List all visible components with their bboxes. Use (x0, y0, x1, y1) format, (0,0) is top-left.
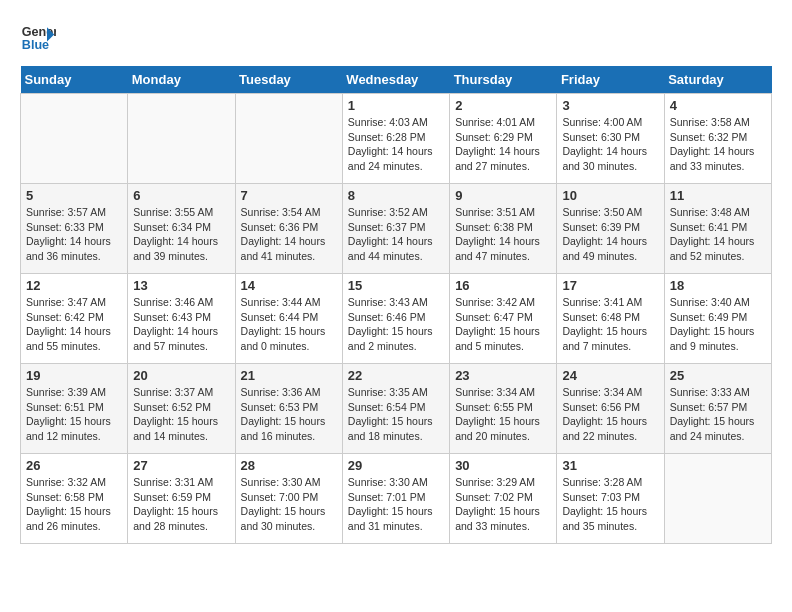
day-number: 28 (241, 458, 337, 473)
calendar-cell: 20Sunrise: 3:37 AM Sunset: 6:52 PM Dayli… (128, 364, 235, 454)
calendar-cell: 25Sunrise: 3:33 AM Sunset: 6:57 PM Dayli… (664, 364, 771, 454)
calendar-cell: 30Sunrise: 3:29 AM Sunset: 7:02 PM Dayli… (450, 454, 557, 544)
calendar-cell: 7Sunrise: 3:54 AM Sunset: 6:36 PM Daylig… (235, 184, 342, 274)
day-number: 20 (133, 368, 229, 383)
col-wednesday: Wednesday (342, 66, 449, 94)
calendar-cell: 8Sunrise: 3:52 AM Sunset: 6:37 PM Daylig… (342, 184, 449, 274)
calendar-cell: 15Sunrise: 3:43 AM Sunset: 6:46 PM Dayli… (342, 274, 449, 364)
calendar-cell: 17Sunrise: 3:41 AM Sunset: 6:48 PM Dayli… (557, 274, 664, 364)
day-info: Sunrise: 3:41 AM Sunset: 6:48 PM Dayligh… (562, 295, 658, 354)
day-number: 19 (26, 368, 122, 383)
day-info: Sunrise: 3:30 AM Sunset: 7:00 PM Dayligh… (241, 475, 337, 534)
day-number: 18 (670, 278, 766, 293)
day-number: 15 (348, 278, 444, 293)
day-number: 29 (348, 458, 444, 473)
day-info: Sunrise: 3:54 AM Sunset: 6:36 PM Dayligh… (241, 205, 337, 264)
col-monday: Monday (128, 66, 235, 94)
week-row-4: 19Sunrise: 3:39 AM Sunset: 6:51 PM Dayli… (21, 364, 772, 454)
calendar-cell: 11Sunrise: 3:48 AM Sunset: 6:41 PM Dayli… (664, 184, 771, 274)
day-number: 16 (455, 278, 551, 293)
day-number: 23 (455, 368, 551, 383)
col-friday: Friday (557, 66, 664, 94)
calendar-cell (21, 94, 128, 184)
calendar-cell: 13Sunrise: 3:46 AM Sunset: 6:43 PM Dayli… (128, 274, 235, 364)
day-info: Sunrise: 3:39 AM Sunset: 6:51 PM Dayligh… (26, 385, 122, 444)
day-number: 2 (455, 98, 551, 113)
day-info: Sunrise: 3:43 AM Sunset: 6:46 PM Dayligh… (348, 295, 444, 354)
week-row-3: 12Sunrise: 3:47 AM Sunset: 6:42 PM Dayli… (21, 274, 772, 364)
day-number: 22 (348, 368, 444, 383)
day-info: Sunrise: 3:29 AM Sunset: 7:02 PM Dayligh… (455, 475, 551, 534)
day-info: Sunrise: 3:48 AM Sunset: 6:41 PM Dayligh… (670, 205, 766, 264)
col-sunday: Sunday (21, 66, 128, 94)
calendar-cell: 12Sunrise: 3:47 AM Sunset: 6:42 PM Dayli… (21, 274, 128, 364)
day-info: Sunrise: 3:51 AM Sunset: 6:38 PM Dayligh… (455, 205, 551, 264)
day-info: Sunrise: 3:42 AM Sunset: 6:47 PM Dayligh… (455, 295, 551, 354)
day-number: 24 (562, 368, 658, 383)
header-row: Sunday Monday Tuesday Wednesday Thursday… (21, 66, 772, 94)
day-info: Sunrise: 3:50 AM Sunset: 6:39 PM Dayligh… (562, 205, 658, 264)
col-saturday: Saturday (664, 66, 771, 94)
calendar-table: Sunday Monday Tuesday Wednesday Thursday… (20, 66, 772, 544)
calendar-cell: 27Sunrise: 3:31 AM Sunset: 6:59 PM Dayli… (128, 454, 235, 544)
day-number: 12 (26, 278, 122, 293)
calendar-cell: 22Sunrise: 3:35 AM Sunset: 6:54 PM Dayli… (342, 364, 449, 454)
calendar-cell (235, 94, 342, 184)
day-info: Sunrise: 4:01 AM Sunset: 6:29 PM Dayligh… (455, 115, 551, 174)
calendar-cell: 28Sunrise: 3:30 AM Sunset: 7:00 PM Dayli… (235, 454, 342, 544)
col-tuesday: Tuesday (235, 66, 342, 94)
week-row-2: 5Sunrise: 3:57 AM Sunset: 6:33 PM Daylig… (21, 184, 772, 274)
day-info: Sunrise: 3:46 AM Sunset: 6:43 PM Dayligh… (133, 295, 229, 354)
day-info: Sunrise: 3:28 AM Sunset: 7:03 PM Dayligh… (562, 475, 658, 534)
day-number: 31 (562, 458, 658, 473)
day-number: 27 (133, 458, 229, 473)
day-number: 3 (562, 98, 658, 113)
calendar-cell: 29Sunrise: 3:30 AM Sunset: 7:01 PM Dayli… (342, 454, 449, 544)
calendar-cell: 9Sunrise: 3:51 AM Sunset: 6:38 PM Daylig… (450, 184, 557, 274)
day-info: Sunrise: 3:44 AM Sunset: 6:44 PM Dayligh… (241, 295, 337, 354)
day-number: 25 (670, 368, 766, 383)
calendar-cell: 10Sunrise: 3:50 AM Sunset: 6:39 PM Dayli… (557, 184, 664, 274)
day-info: Sunrise: 3:57 AM Sunset: 6:33 PM Dayligh… (26, 205, 122, 264)
calendar-cell: 19Sunrise: 3:39 AM Sunset: 6:51 PM Dayli… (21, 364, 128, 454)
day-info: Sunrise: 3:30 AM Sunset: 7:01 PM Dayligh… (348, 475, 444, 534)
calendar-cell: 3Sunrise: 4:00 AM Sunset: 6:30 PM Daylig… (557, 94, 664, 184)
day-number: 6 (133, 188, 229, 203)
day-info: Sunrise: 3:37 AM Sunset: 6:52 PM Dayligh… (133, 385, 229, 444)
calendar-cell (128, 94, 235, 184)
day-number: 9 (455, 188, 551, 203)
day-number: 21 (241, 368, 337, 383)
day-number: 14 (241, 278, 337, 293)
calendar-body: 1Sunrise: 4:03 AM Sunset: 6:28 PM Daylig… (21, 94, 772, 544)
day-number: 17 (562, 278, 658, 293)
day-info: Sunrise: 3:36 AM Sunset: 6:53 PM Dayligh… (241, 385, 337, 444)
day-number: 13 (133, 278, 229, 293)
calendar-cell: 14Sunrise: 3:44 AM Sunset: 6:44 PM Dayli… (235, 274, 342, 364)
calendar-cell: 21Sunrise: 3:36 AM Sunset: 6:53 PM Dayli… (235, 364, 342, 454)
calendar-cell: 5Sunrise: 3:57 AM Sunset: 6:33 PM Daylig… (21, 184, 128, 274)
day-info: Sunrise: 4:03 AM Sunset: 6:28 PM Dayligh… (348, 115, 444, 174)
week-row-5: 26Sunrise: 3:32 AM Sunset: 6:58 PM Dayli… (21, 454, 772, 544)
day-info: Sunrise: 3:52 AM Sunset: 6:37 PM Dayligh… (348, 205, 444, 264)
day-info: Sunrise: 3:55 AM Sunset: 6:34 PM Dayligh… (133, 205, 229, 264)
day-info: Sunrise: 3:35 AM Sunset: 6:54 PM Dayligh… (348, 385, 444, 444)
day-info: Sunrise: 4:00 AM Sunset: 6:30 PM Dayligh… (562, 115, 658, 174)
calendar-cell: 2Sunrise: 4:01 AM Sunset: 6:29 PM Daylig… (450, 94, 557, 184)
day-number: 26 (26, 458, 122, 473)
day-number: 1 (348, 98, 444, 113)
day-info: Sunrise: 3:58 AM Sunset: 6:32 PM Dayligh… (670, 115, 766, 174)
calendar-cell: 24Sunrise: 3:34 AM Sunset: 6:56 PM Dayli… (557, 364, 664, 454)
day-number: 4 (670, 98, 766, 113)
day-number: 30 (455, 458, 551, 473)
day-number: 5 (26, 188, 122, 203)
logo-icon: General Blue (20, 20, 56, 56)
calendar-cell: 4Sunrise: 3:58 AM Sunset: 6:32 PM Daylig… (664, 94, 771, 184)
svg-text:Blue: Blue (22, 38, 49, 52)
calendar-cell: 18Sunrise: 3:40 AM Sunset: 6:49 PM Dayli… (664, 274, 771, 364)
day-info: Sunrise: 3:34 AM Sunset: 6:56 PM Dayligh… (562, 385, 658, 444)
calendar-cell: 26Sunrise: 3:32 AM Sunset: 6:58 PM Dayli… (21, 454, 128, 544)
day-number: 7 (241, 188, 337, 203)
day-info: Sunrise: 3:33 AM Sunset: 6:57 PM Dayligh… (670, 385, 766, 444)
header: General Blue (20, 20, 772, 56)
col-thursday: Thursday (450, 66, 557, 94)
